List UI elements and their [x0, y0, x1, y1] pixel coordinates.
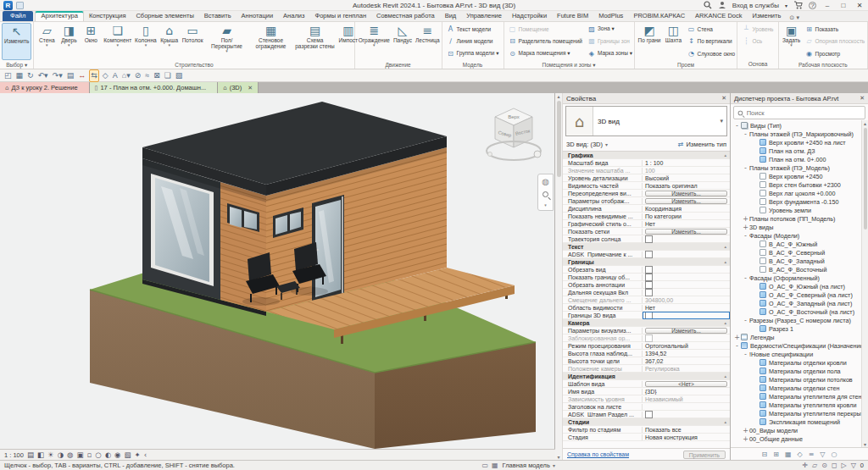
property-row[interactable]: Идентификация [563, 373, 730, 380]
qat-icon[interactable]: ⊘ [134, 70, 142, 81]
tree-expand-toggle[interactable]: - [742, 130, 749, 138]
property-value[interactable]: Ортогональный [643, 343, 730, 349]
property-row[interactable]: Графика [563, 152, 730, 159]
view-type-row[interactable]: 3D вид: (3D) [566, 141, 603, 148]
navbar-chevron-icon[interactable]: ▾ [544, 202, 547, 207]
qat-icon[interactable]: A [112, 70, 119, 81]
ribbon-button[interactable]: ▰ Пол/Перекрытие [205, 23, 249, 60]
property-value[interactable] [643, 411, 730, 418]
property-value[interactable]: Независимый [643, 396, 730, 402]
property-value[interactable]: Регулировка [643, 366, 730, 372]
selection-toggle-icon[interactable]: ✛ [802, 462, 808, 469]
view-control-icon[interactable]: ◐ [105, 451, 111, 459]
property-row[interactable]: Дальняя секущая Вкл [563, 289, 730, 296]
view-control-icon[interactable]: ○ [95, 451, 101, 459]
view-control-icon[interactable]: ▣ [76, 451, 83, 459]
ribbon-button[interactable]: ▭ Стена [684, 23, 737, 36]
ribbon-group-label[interactable]: Модель [444, 60, 502, 69]
tree-item[interactable]: Материалы отделки пола [731, 367, 861, 375]
property-row[interactable]: Смещение дальнего ... 304800,00 [563, 296, 730, 304]
property-value[interactable]: 304800,00 [643, 297, 730, 303]
view-control-icon[interactable]: ◧ [37, 451, 44, 459]
property-row[interactable]: Зависимость уровня Независимый [563, 395, 730, 403]
property-value[interactable]: Новая конструкция [643, 434, 730, 440]
tree-item[interactable]: В_АС_Ф_Восточный [731, 265, 861, 274]
tree-item[interactable]: В_АС_Ф_Южный [731, 240, 861, 248]
property-row[interactable]: Имя вида {3D} [563, 388, 730, 395]
tree-item[interactable]: - Фасады (Оформленный) [731, 274, 861, 282]
ribbon-button[interactable]: ▯ Колонна [133, 23, 159, 60]
apply-button[interactable]: Применить [683, 451, 726, 459]
property-value[interactable] [643, 266, 730, 274]
tree-item[interactable]: Уровень земли [731, 206, 861, 214]
tree-item[interactable]: Материалы отделки потолков [731, 375, 861, 384]
tree-item[interactable]: Верх стен бытовки +2300 [731, 180, 861, 189]
properties-close-icon[interactable]: ✕ [721, 95, 726, 102]
property-value[interactable]: Изменить... [645, 229, 727, 235]
tree-expand-toggle[interactable]: - [733, 342, 741, 350]
browser-search[interactable] [733, 106, 865, 119]
ribbon-tab[interactable]: Архитектура [35, 10, 83, 21]
cabin-3d-model[interactable] [0, 93, 555, 449]
wood-wall-left[interactable] [220, 182, 266, 312]
tree-item[interactable]: Верх фундамента -0.150 [731, 197, 861, 206]
property-value[interactable] [643, 312, 730, 319]
search-icon[interactable] [704, 1, 712, 9]
property-row[interactable]: Границы 3D вида [563, 312, 730, 319]
ribbon-button[interactable]: ▤ Схема разрезки стены [293, 23, 337, 60]
ribbon-button[interactable]: ◺ Пандус [392, 23, 414, 60]
view-tab-close-icon[interactable]: ✕ [248, 85, 253, 91]
ribbon-button[interactable]: ⊞ Показать [803, 23, 868, 36]
property-value[interactable]: Изменить... [645, 198, 727, 204]
tree-expand-toggle[interactable]: - [742, 351, 749, 358]
browser-toolbar-icon[interactable]: ⊟ [762, 451, 768, 458]
type-selector-dropdown-icon[interactable]: ▾ [720, 118, 726, 124]
tree-expand-toggle[interactable]: - [742, 164, 749, 172]
property-row[interactable]: Значение масштаба ... 100 [563, 167, 730, 174]
property-value[interactable]: Изменить... [645, 328, 727, 334]
view-control-icon[interactable]: ◍ [67, 451, 73, 459]
tree-item[interactable]: + 00_Общие данные [731, 434, 861, 443]
ribbon-group-label[interactable]: Движение [357, 60, 440, 69]
qat-icon[interactable]: ▧ [175, 70, 184, 81]
view-control-icon[interactable]: ☀ [47, 451, 54, 459]
tree-expand-toggle[interactable]: + [742, 427, 749, 434]
viewcube[interactable]: Верх Север Восток [480, 98, 548, 173]
status-icon[interactable]: ▦ [492, 462, 498, 469]
property-row[interactable]: Фильтр по стадиям Показать все [563, 426, 730, 434]
app-menu-icon[interactable] [16, 2, 24, 9]
property-value[interactable]: 1394,52 [643, 351, 730, 357]
type-selector[interactable]: ⌂ 3D вид ▾ [565, 106, 727, 136]
ribbon-tab[interactable]: PROBIM.КАРКАС [628, 11, 690, 21]
ribbon-button[interactable]: ⌂ Крыша [159, 23, 181, 60]
tree-item[interactable]: Экспликация помещений [731, 417, 861, 426]
browser-toolbar-icon[interactable]: ⊞ [773, 451, 779, 458]
signin-label[interactable]: Вход в службы [732, 2, 779, 9]
file-tab[interactable]: Файл [3, 11, 33, 21]
ribbon-tab[interactable]: ARKANCE Dock [690, 11, 747, 21]
ribbon-button[interactable]: ┴ Уровень [739, 23, 776, 36]
selection-toggle-icon[interactable]: ▷ [842, 462, 847, 469]
property-row[interactable]: Заблокированная ор... [563, 335, 730, 342]
property-row[interactable]: Параметры отображ... Изменить... [563, 197, 730, 205]
ribbon-group-label[interactable]: Основа [739, 59, 776, 69]
ribbon-tab[interactable]: Управление [461, 11, 507, 21]
property-value[interactable]: Показать все [643, 427, 730, 433]
property-value[interactable] [643, 251, 730, 258]
qat-icon[interactable]: ↷▾ [52, 70, 64, 81]
view-tab[interactable]: ▯ 17 - План на отм. +0.000. Домашн... [90, 82, 219, 93]
qat-icon[interactable]: ⊠ [153, 70, 161, 81]
property-row[interactable]: Видимость частей Показать оригинал [563, 182, 730, 190]
ribbon-button[interactable]: ❏ Компонент [102, 23, 133, 60]
property-value[interactable]: {3D} [643, 389, 730, 395]
qat-icon[interactable]: ↶▾ [37, 70, 49, 81]
tree-item[interactable]: Материалы отделки стен [731, 384, 861, 392]
tree-item[interactable]: - Фасады (Модели) [731, 231, 861, 240]
tree-expand-toggle[interactable]: + [733, 334, 741, 341]
property-row[interactable]: Высота точки цели 367,02 [563, 357, 730, 365]
selection-toggle-icon[interactable]: ◻ [832, 462, 837, 469]
property-row[interactable]: Высота глаза наблюд... 1394,52 [563, 350, 730, 357]
tree-item[interactable]: О_АС_Ф_Северный (на лист) [731, 290, 861, 299]
property-row[interactable]: Траектория солнца [563, 235, 730, 243]
tree-item[interactable]: - Разрезы (Разрез_С номером листа) [731, 316, 861, 324]
